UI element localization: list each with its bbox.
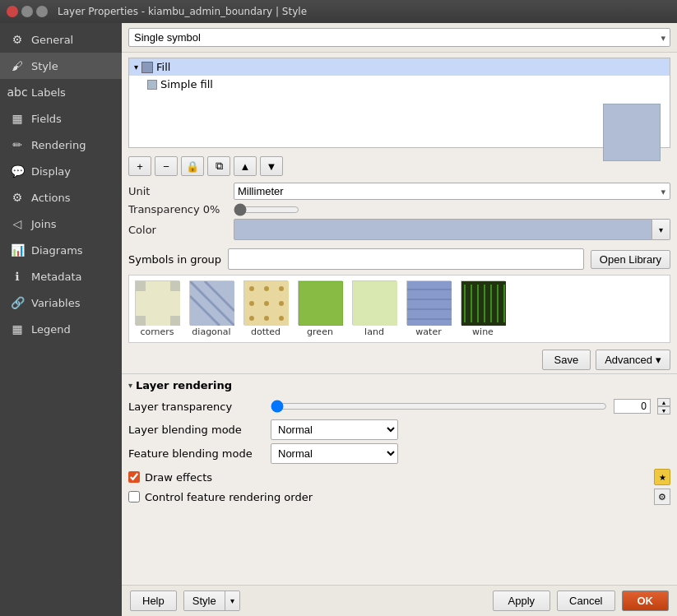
sidebar-item-style[interactable]: 🖌 Style [0, 53, 122, 79]
color-dropdown-arrow-icon: ▾ [659, 225, 663, 234]
symbol-type-select[interactable]: Single symbol [128, 28, 670, 47]
transparency-spin-down[interactable]: ▼ [657, 406, 670, 415]
symbol-item-wine[interactable]: wine [458, 280, 508, 337]
save-button[interactable]: Save [542, 350, 591, 370]
sidebar-item-joins[interactable]: ◁ Joins [0, 211, 122, 237]
symbol-tree: ▾ Fill Simple fill [128, 58, 670, 148]
color-label: Color [128, 224, 227, 236]
control-rendering-checkbox[interactable] [128, 491, 140, 503]
layer-transparency-slider[interactable] [271, 400, 607, 413]
symbols-search-input[interactable] [228, 248, 584, 270]
symbols-section: Symbols in group Open Library [122, 243, 677, 346]
cancel-button[interactable]: Cancel [557, 591, 614, 611]
color-row: ▾ [234, 219, 670, 240]
close-button[interactable] [7, 6, 18, 17]
layer-blending-select[interactable]: Normal [271, 419, 398, 440]
style-main-button[interactable]: Style [184, 591, 225, 610]
feature-blending-row: Feature blending mode Normal [128, 443, 670, 464]
lock-symbol-button[interactable]: 🔒 [181, 156, 204, 176]
sidebar-item-metadata[interactable]: ℹ Metadata [0, 263, 122, 289]
control-rendering-settings-button[interactable]: ⚙ [654, 489, 670, 505]
style-dropdown-button[interactable]: ▾ [225, 591, 239, 610]
corners-label: corners [140, 327, 174, 337]
tree-item-simple-fill[interactable]: Simple fill [129, 76, 670, 93]
advanced-button[interactable]: Advanced ▾ [596, 350, 670, 370]
sidebar-item-rendering[interactable]: ✏ Rendering [0, 132, 122, 158]
move-down-button[interactable]: ▼ [260, 156, 283, 176]
symbol-item-corners[interactable]: corners [132, 280, 182, 337]
fill-color-icon [141, 62, 153, 73]
svg-point-18 [279, 316, 284, 321]
sidebar-item-display[interactable]: 💬 Display [0, 158, 122, 184]
remove-symbol-button[interactable]: − [155, 156, 178, 176]
move-up-button[interactable]: ▲ [234, 156, 257, 176]
sidebar-item-labels[interactable]: abc Labels [0, 79, 122, 105]
symbol-item-land[interactable]: land [350, 280, 399, 337]
sidebar-item-general[interactable]: ⚙ General [0, 26, 122, 53]
dotted-label: dotted [251, 327, 281, 337]
properties-grid: Unit Millimeter Transparency 0% Color ▾ [122, 179, 677, 243]
svg-point-11 [264, 286, 269, 291]
general-icon: ⚙ [10, 32, 25, 47]
add-symbol-button[interactable]: + [128, 156, 151, 176]
svg-point-17 [264, 316, 269, 321]
svg-point-12 [279, 286, 284, 291]
symbol-item-diagonal[interactable]: diagonal [187, 280, 236, 337]
maximize-button[interactable] [36, 6, 48, 17]
sidebar-item-label: Style [31, 60, 58, 72]
symbol-item-water[interactable]: water [404, 280, 453, 337]
copy-symbol-button[interactable]: ⧉ [207, 156, 230, 176]
svg-rect-21 [353, 281, 397, 326]
apply-button[interactable]: Apply [493, 591, 551, 611]
green-preview [298, 280, 342, 325]
simple-fill-icon [147, 80, 157, 90]
color-button[interactable] [234, 219, 652, 240]
symbol-type-wrapper: Single symbol [128, 28, 670, 47]
sidebar-item-variables[interactable]: 🔗 Variables [0, 289, 122, 316]
color-dropdown-button[interactable]: ▾ [652, 219, 670, 240]
water-label: water [415, 327, 441, 337]
layer-rendering-title: Layer rendering [136, 379, 232, 391]
sidebar-item-actions[interactable]: ⚙ Actions [0, 184, 122, 211]
svg-rect-4 [170, 316, 180, 326]
sidebar-item-fields[interactable]: ▦ Fields [0, 105, 122, 132]
lock-icon: 🔒 [186, 160, 199, 173]
window-controls[interactable] [7, 6, 48, 17]
sidebar-item-label: Labels [31, 86, 66, 99]
svg-rect-27 [461, 281, 506, 326]
minimize-button[interactable] [21, 6, 33, 17]
feature-blending-select[interactable]: Normal [271, 443, 398, 464]
layer-blending-wrapper: Normal [271, 419, 398, 440]
draw-effects-row: Draw effects ★ [128, 467, 670, 487]
open-library-button[interactable]: Open Library [591, 250, 670, 269]
svg-rect-2 [170, 281, 180, 291]
star-icon: ★ [659, 473, 666, 482]
land-label: land [364, 327, 384, 337]
symbol-item-dotted[interactable]: dotted [241, 280, 290, 337]
layer-transparency-label: Layer transparency [128, 401, 264, 413]
title-bar: Layer Properties - kiambu_admin_boundary… [0, 0, 677, 23]
sidebar-item-label: General [31, 34, 73, 46]
symbol-item-green[interactable]: green [295, 280, 345, 337]
green-label: green [307, 327, 333, 337]
unit-select[interactable]: Millimeter [234, 183, 670, 200]
help-button[interactable]: Help [130, 591, 177, 611]
sidebar-item-diagrams[interactable]: 📊 Diagrams [0, 237, 122, 263]
transparency-slider[interactable] [234, 204, 299, 215]
style-icon: 🖌 [10, 58, 25, 73]
draw-effects-checkbox[interactable] [128, 471, 140, 483]
layer-blending-label: Layer blending mode [128, 424, 264, 436]
variables-icon: 🔗 [10, 295, 25, 310]
svg-point-15 [279, 301, 284, 306]
sidebar-item-legend[interactable]: ▦ Legend [0, 316, 122, 342]
sidebar-item-label: Variables [31, 297, 80, 309]
tree-item-fill[interactable]: ▾ Fill [129, 58, 670, 76]
corners-preview [135, 280, 179, 325]
simple-fill-label: Simple fill [160, 78, 213, 90]
ok-button[interactable]: OK [622, 591, 670, 611]
layer-transparency-value[interactable] [614, 399, 651, 414]
draw-effects-settings-button[interactable]: ★ [654, 469, 670, 485]
layer-rendering-header: ▾ Layer rendering [128, 379, 670, 391]
feature-blending-label: Feature blending mode [128, 447, 264, 460]
transparency-spin-up[interactable]: ▲ [657, 398, 670, 406]
